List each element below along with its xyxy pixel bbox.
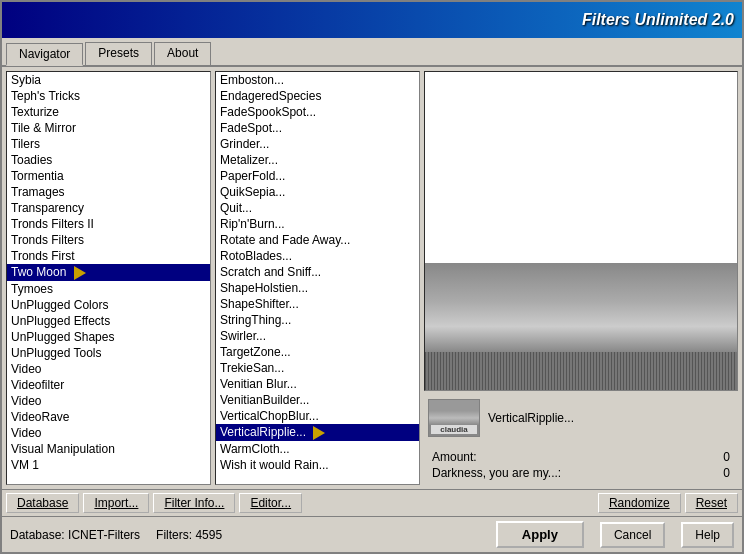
tab-navigator[interactable]: Navigator: [6, 43, 83, 66]
filter-item[interactable]: FadeSpot...: [216, 120, 419, 136]
list-item[interactable]: Tronds Filters: [7, 232, 210, 248]
import-button[interactable]: Import...: [83, 493, 149, 513]
list-item[interactable]: VM 1: [7, 457, 210, 473]
preview-checkerboard: [425, 72, 737, 263]
param-value-darkness: 0: [710, 466, 730, 480]
main-content: Sybia Teph's Tricks Texturize Tile & Mir…: [2, 67, 742, 489]
filter-item[interactable]: TrekieSan...: [216, 360, 419, 376]
filter-item[interactable]: EndageredSpecies: [216, 88, 419, 104]
filter-item-vertical-ripplie[interactable]: VerticalRipplie...: [216, 424, 419, 441]
filter-item[interactable]: Metalizer...: [216, 152, 419, 168]
list-item[interactable]: Tronds Filters II: [7, 216, 210, 232]
filter-item[interactable]: Rip'n'Burn...: [216, 216, 419, 232]
editor-button[interactable]: Editor...: [239, 493, 302, 513]
param-value-amount: 0: [710, 450, 730, 464]
tab-about[interactable]: About: [154, 42, 211, 65]
status-database-value: ICNET-Filters: [68, 528, 140, 542]
filter-item[interactable]: Venitian Blur...: [216, 376, 419, 392]
cancel-button[interactable]: Cancel: [600, 522, 665, 548]
list-item[interactable]: Tilers: [7, 136, 210, 152]
list-item-unplugged-effects[interactable]: UnPlugged Effects: [7, 313, 210, 329]
list-item[interactable]: Tile & Mirror: [7, 120, 210, 136]
filter-item[interactable]: StringThing...: [216, 312, 419, 328]
filter-item[interactable]: QuikSepia...: [216, 184, 419, 200]
filter-list[interactable]: Emboston... EndageredSpecies FadeSpookSp…: [216, 72, 419, 484]
title-bar: Filters Unlimited 2.0: [2, 2, 742, 38]
filter-item[interactable]: VerticalChopBlur...: [216, 408, 419, 424]
right-panel: claudia VerticalRipplie... Amount: 0 Dar…: [424, 71, 738, 485]
status-bar: Database: ICNET-Filters Filters: 4595 Ap…: [2, 516, 742, 552]
apply-button[interactable]: Apply: [496, 521, 584, 548]
category-list[interactable]: Sybia Teph's Tricks Texturize Tile & Mir…: [7, 72, 210, 484]
param-label-amount: Amount:: [432, 450, 477, 464]
status-database-label: Database:: [10, 528, 65, 542]
list-item[interactable]: Video: [7, 393, 210, 409]
thumb-label: claudia: [431, 425, 477, 434]
param-row-darkness: Darkness, you are my...: 0: [432, 465, 730, 481]
param-label-darkness: Darkness, you are my...:: [432, 466, 561, 480]
list-item[interactable]: Video: [7, 361, 210, 377]
list-item[interactable]: Texturize: [7, 104, 210, 120]
database-button[interactable]: Database: [6, 493, 79, 513]
help-button[interactable]: Help: [681, 522, 734, 548]
preview-thumbnail: claudia: [428, 399, 480, 437]
list-item[interactable]: Videofilter: [7, 377, 210, 393]
status-filters-label: Filters:: [156, 528, 192, 542]
filter-item[interactable]: TargetZone...: [216, 344, 419, 360]
filter-item[interactable]: FadeSpookSpot...: [216, 104, 419, 120]
list-item[interactable]: Tramages: [7, 184, 210, 200]
filter-item[interactable]: Grinder...: [216, 136, 419, 152]
preview-label-area: claudia VerticalRipplie...: [424, 395, 738, 441]
filter-item[interactable]: Emboston...: [216, 72, 419, 88]
filter-name-label: VerticalRipplie...: [488, 411, 734, 425]
list-item[interactable]: Tymoes: [7, 281, 210, 297]
list-item[interactable]: Video: [7, 425, 210, 441]
status-filters: Filters: 4595: [156, 528, 222, 542]
list-item[interactable]: Teph's Tricks: [7, 88, 210, 104]
list-item[interactable]: Transparency: [7, 200, 210, 216]
param-row-amount: Amount: 0: [432, 449, 730, 465]
list-item[interactable]: Visual Manipulation: [7, 441, 210, 457]
preview-bottom: [425, 263, 737, 390]
status-filters-value: 4595: [195, 528, 222, 542]
tab-bar: Navigator Presets About: [2, 38, 742, 67]
left-panel: Sybia Teph's Tricks Texturize Tile & Mir…: [6, 71, 211, 485]
filter-item[interactable]: Rotate and Fade Away...: [216, 232, 419, 248]
filter-item[interactable]: VenitianBuilder...: [216, 392, 419, 408]
filter-item[interactable]: Wish it would Rain...: [216, 457, 419, 473]
filter-item[interactable]: Swirler...: [216, 328, 419, 344]
list-item[interactable]: Tormentia: [7, 168, 210, 184]
list-item-unplugged-colors[interactable]: UnPlugged Colors: [7, 297, 210, 313]
filter-item[interactable]: Scratch and Sniff...: [216, 264, 419, 280]
list-item-unplugged-shapes[interactable]: UnPlugged Shapes: [7, 329, 210, 345]
tab-presets[interactable]: Presets: [85, 42, 152, 65]
arrow-indicator-middle: [313, 426, 325, 440]
status-database: Database: ICNET-Filters: [10, 528, 140, 542]
reset-button[interactable]: Reset: [685, 493, 738, 513]
list-item-two-moon[interactable]: Two Moon: [7, 264, 210, 281]
middle-panel: Emboston... EndageredSpecies FadeSpookSp…: [215, 71, 420, 485]
filter-item[interactable]: ShapeHolstien...: [216, 280, 419, 296]
filter-item[interactable]: RotoBlades...: [216, 248, 419, 264]
title-bar-text: Filters Unlimited 2.0: [582, 11, 734, 29]
arrow-indicator-left: [74, 266, 86, 280]
preview-area: [424, 71, 738, 391]
params-area: Amount: 0 Darkness, you are my...: 0: [424, 445, 738, 485]
list-item[interactable]: Tronds First: [7, 248, 210, 264]
filter-item[interactable]: ShapeShifter...: [216, 296, 419, 312]
filter-item[interactable]: WarmCloth...: [216, 441, 419, 457]
filter-item[interactable]: PaperFold...: [216, 168, 419, 184]
filter-item[interactable]: Quit...: [216, 200, 419, 216]
bottom-toolbar: Database Import... Filter Info... Editor…: [2, 489, 742, 516]
list-item[interactable]: Toadies: [7, 152, 210, 168]
main-window: Filters Unlimited 2.0 Navigator Presets …: [0, 0, 744, 554]
list-item[interactable]: VideoRave: [7, 409, 210, 425]
list-item[interactable]: Sybia: [7, 72, 210, 88]
list-item-unplugged-tools[interactable]: UnPlugged Tools: [7, 345, 210, 361]
randomize-button[interactable]: Randomize: [598, 493, 681, 513]
filter-info-button[interactable]: Filter Info...: [153, 493, 235, 513]
